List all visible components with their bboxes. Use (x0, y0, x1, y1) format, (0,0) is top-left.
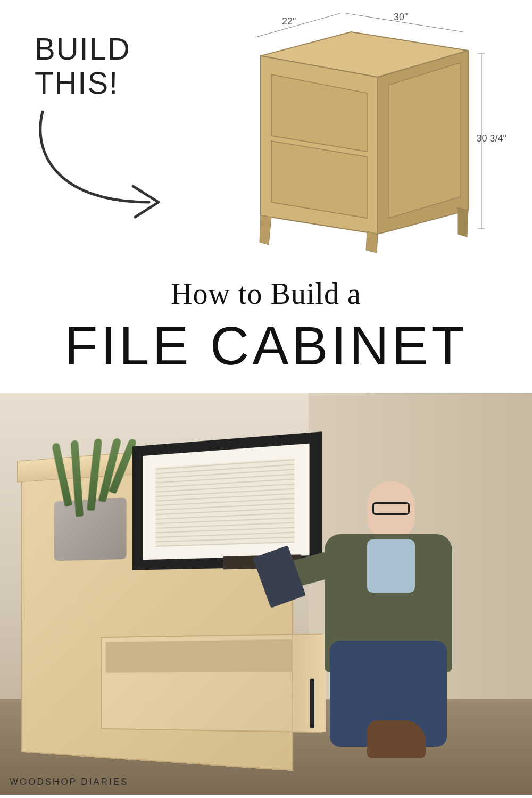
title-line-1: How to Build a (0, 277, 532, 311)
dimension-width: 30" (394, 12, 408, 23)
dimension-height: 30 3/4" (477, 133, 506, 144)
plant (60, 436, 121, 512)
title-line-2: FILE CABINET (0, 315, 532, 377)
callout-line-1: BUILD (35, 32, 131, 66)
svg-marker-12 (366, 231, 378, 253)
arrow-icon (27, 106, 176, 229)
person (309, 460, 479, 758)
watermark: WOODSHOP DIARIES (10, 777, 128, 787)
open-drawer (101, 634, 322, 733)
svg-marker-13 (458, 207, 468, 237)
svg-marker-11 (260, 215, 271, 245)
build-this-callout: BUILD THIS! (35, 32, 131, 100)
callout-line-2: THIS! (35, 66, 131, 100)
photo-section: WOODSHOP DIARIES (0, 393, 532, 795)
dimension-depth: 22" (282, 16, 296, 27)
diagram-section: BUILD THIS! (0, 0, 532, 266)
glasses-icon (372, 502, 410, 515)
cabinet-3d-diagram: 22" 30" 30 3/4" (218, 5, 500, 255)
svg-marker-10 (388, 63, 460, 218)
title-block: How to Build a FILE CABINET (0, 266, 532, 393)
picture-frame (132, 431, 322, 570)
svg-line-0 (255, 13, 340, 37)
